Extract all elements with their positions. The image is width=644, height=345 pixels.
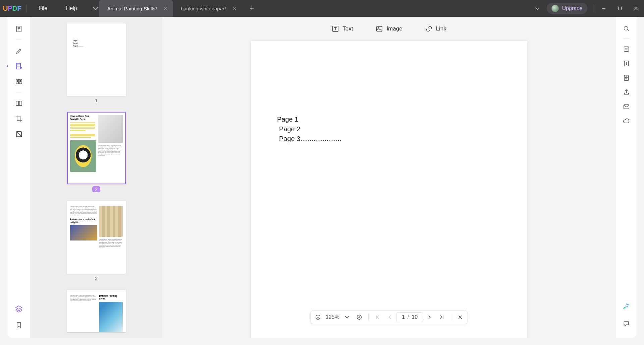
reader-mode-tool[interactable]	[13, 75, 25, 87]
bookmark-icon[interactable]	[15, 322, 22, 330]
insert-text-button[interactable]: Text	[332, 25, 353, 32]
thumbnail-number: 1	[95, 98, 98, 103]
crop-tool[interactable]	[13, 113, 25, 125]
thumbnail-page-4[interactable]: Lorem ipsum dolor sit amet, consectetur …	[67, 290, 126, 332]
upgrade-button[interactable]: Upgrade	[547, 3, 587, 14]
svg-rect-15	[624, 105, 629, 109]
close-icon[interactable]	[163, 6, 168, 11]
zoom-out-button[interactable]	[312, 312, 324, 323]
thumbnail-page-3[interactable]: Lorem ipsum dolor sit amet, consectetur …	[67, 201, 126, 274]
tab-strip: Animal Painting Skills* banking whitepap…	[92, 0, 259, 17]
total-pages: 10	[412, 314, 418, 320]
titlebar-right: Upgrade	[531, 0, 644, 17]
ai-assistant-icon[interactable]	[623, 303, 630, 312]
app-logo: UPDF	[0, 4, 24, 12]
redact-tool[interactable]	[13, 128, 25, 140]
page-text-line: Page 2	[277, 124, 501, 134]
thumbnail-number: 2	[92, 186, 100, 192]
tab-banking-whitepaper[interactable]: banking whitepapar*	[173, 0, 242, 17]
maximize-button[interactable]	[612, 0, 628, 17]
page-text-line: Page 1	[277, 115, 501, 124]
svg-point-11	[624, 26, 628, 30]
thumbnail-number: 3	[95, 276, 98, 281]
workspace: Page 1 Page 2 Page 3............ 1 How t…	[7, 17, 637, 338]
minimize-button[interactable]	[596, 0, 612, 17]
compare-tool[interactable]	[13, 97, 25, 109]
page-navigation-bar: 125% 1 / 10	[310, 310, 468, 324]
separator	[451, 314, 451, 321]
canvas-area: Text Image Link Page 1 Page 2 Page 3....…	[162, 17, 616, 338]
highlighter-tool[interactable]	[13, 45, 25, 57]
merge-icon[interactable]	[621, 72, 632, 83]
separator	[16, 40, 22, 40]
edit-tool[interactable]	[13, 60, 25, 72]
thumb-paragraph: Lorem ipsum dolor sit amet, consectetur …	[98, 145, 123, 156]
close-pagebar-button[interactable]	[454, 312, 466, 323]
insert-link-button[interactable]: Link	[425, 25, 446, 32]
tab-label: banking whitepapar*	[181, 6, 226, 11]
thumb-subtitle: Animals are a part of our daily life	[70, 218, 97, 223]
page-view-tool[interactable]	[13, 23, 25, 35]
insert-image-button[interactable]: Image	[376, 25, 402, 32]
page-indicator[interactable]: 1 / 10	[396, 312, 423, 322]
share-icon[interactable]	[621, 86, 632, 98]
toolbar-label: Link	[436, 25, 446, 32]
separator	[623, 39, 629, 39]
separator	[16, 92, 22, 92]
thumb-image	[98, 115, 123, 143]
search-icon[interactable]	[621, 23, 632, 34]
svg-rect-7	[377, 26, 382, 31]
last-page-button[interactable]	[436, 312, 447, 323]
left-dock-bottom	[15, 305, 23, 330]
svg-rect-4	[19, 101, 22, 105]
logo-letter: D	[12, 4, 17, 12]
feedback-icon[interactable]	[623, 320, 630, 328]
thumb-text: Page 1	[73, 40, 126, 42]
prev-page-button[interactable]	[384, 312, 395, 323]
email-icon[interactable]	[621, 101, 632, 112]
separator	[368, 314, 369, 321]
document-page[interactable]: Page 1 Page 2 Page 3....................…	[251, 41, 527, 338]
thumbnail-page-1[interactable]: Page 1 Page 2 Page 3............	[67, 23, 126, 96]
svg-rect-3	[16, 101, 18, 105]
thumbnail-page-2[interactable]: How to Draw Our Favorite Pets Lorem ipsu…	[67, 112, 126, 184]
divider	[26, 5, 27, 12]
right-dock-bottom	[623, 303, 630, 328]
menu-help[interactable]: Help	[57, 0, 87, 17]
zoom-dropdown[interactable]	[341, 312, 353, 323]
right-tool-dock	[616, 17, 637, 338]
toolbar-label: Text	[342, 25, 353, 32]
close-icon[interactable]	[232, 6, 237, 11]
close-window-button[interactable]	[628, 0, 644, 17]
tab-animal-painting[interactable]: Animal Painting Skills*	[99, 0, 173, 17]
upgrade-label: Upgrade	[562, 5, 583, 11]
thumb-image	[70, 140, 96, 172]
ocr-icon[interactable]	[621, 43, 632, 55]
next-page-button[interactable]	[424, 312, 435, 323]
thumb-image	[99, 302, 123, 332]
zoom-value: 125%	[324, 314, 341, 320]
thumbnail-panel[interactable]: Page 1 Page 2 Page 3............ 1 How t…	[30, 17, 162, 338]
edit-toolbar: Text Image Link	[162, 17, 616, 41]
titlebar: UPDF File Help Animal Painting Skills* b…	[0, 0, 644, 17]
tab-label: Animal Painting Skills*	[107, 6, 157, 11]
svg-rect-1	[16, 26, 21, 31]
thumb-text: Page 3............	[73, 45, 126, 48]
tab-dropdown[interactable]	[92, 0, 99, 17]
chevron-down-icon[interactable]	[531, 2, 543, 14]
page-separator: /	[408, 314, 409, 320]
convert-icon[interactable]	[621, 58, 632, 69]
current-page: 1	[402, 314, 405, 320]
zoom-in-button[interactable]	[354, 312, 365, 323]
link-icon	[425, 25, 433, 32]
layers-icon[interactable]	[15, 305, 23, 314]
svg-rect-0	[619, 7, 622, 10]
cloud-save-icon[interactable]	[621, 115, 632, 127]
logo-letter: F	[17, 4, 21, 12]
text-icon	[332, 25, 339, 32]
thumb-image	[70, 225, 97, 240]
toolbar-label: Image	[386, 25, 402, 32]
first-page-button[interactable]	[372, 312, 383, 323]
new-tab-button[interactable]: +	[245, 0, 259, 17]
menu-file[interactable]: File	[29, 0, 57, 17]
